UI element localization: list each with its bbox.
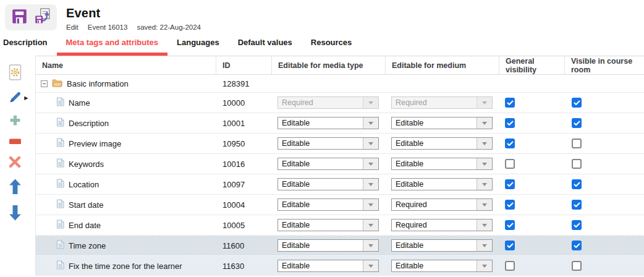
editable-medium-dropdown[interactable]: Editable [391,158,493,170]
visible-course-room-checkbox[interactable] [572,220,582,230]
attributes-table: Name ID Editable for media type Editable… [35,56,644,276]
chevron-down-icon [482,163,487,166]
table-attribute-row[interactable]: End date 10005 Editable Required [36,215,644,235]
title-block: Event Edit Event 16013 saved: 22-Aug-202… [66,6,201,31]
tab-meta-tags-and-attributes[interactable]: Meta tags and attributes [57,38,168,52]
attribute-id-value: 11630 [216,262,271,271]
editable-media-type-dropdown[interactable]: Editable [278,137,379,150]
dropdown-selected-value: Required [392,98,477,107]
tab-default-values[interactable]: Default values [229,38,302,52]
save-button[interactable] [11,9,28,26]
breadcrumb: Edit Event 16013 saved: 22-Aug-2024 [66,23,201,31]
column-header-id: ID [216,56,271,74]
editable-medium-dropdown[interactable]: Required [391,219,493,231]
dropdown-arrow-button [363,240,378,251]
general-visibility-checkbox[interactable] [505,261,515,271]
visible-course-room-checkbox[interactable] [572,241,582,250]
add-button[interactable] [9,114,22,129]
general-visibility-checkbox[interactable] [505,200,515,210]
editable-medium-dropdown[interactable]: Required [391,96,493,109]
attribute-name-label: Description [69,119,109,128]
visible-course-room-checkbox[interactable] [572,179,582,189]
chevron-down-icon [482,122,487,125]
general-visibility-checkbox[interactable] [505,241,515,250]
editable-medium-dropdown[interactable]: Editable [391,178,493,190]
editable-medium-dropdown[interactable]: Editable [391,137,493,150]
dropdown-selected-value: Editable [278,262,363,270]
visible-course-room-checkbox[interactable] [572,118,582,128]
attribute-name-label: Time zone [69,241,106,250]
general-visibility-checkbox[interactable] [505,138,515,148]
dropdown-selected-value: Editable [278,241,363,250]
edit-flyout-arrow-icon[interactable]: ▶ [24,95,28,101]
dropdown-arrow-button [477,158,492,169]
editable-media-type-dropdown[interactable]: Editable [278,158,379,170]
general-visibility-checkbox[interactable] [505,98,515,108]
attribute-id-value: 10097 [216,180,271,189]
attribute-name-label: Location [69,180,99,189]
general-visibility-checkbox[interactable] [505,159,515,169]
attribute-settings-button[interactable] [7,64,23,83]
attribute-name-label: Preview image [69,139,121,148]
tab-languages[interactable]: Languages [167,38,229,52]
editable-medium-dropdown[interactable]: Editable [391,117,493,129]
remove-button[interactable] [9,137,22,148]
chevron-down-icon [482,101,487,104]
table-attribute-row[interactable]: Keywords 10016 Editable Editable [36,153,644,174]
general-visibility-checkbox[interactable] [505,220,515,230]
table-attribute-row[interactable]: Preview image 10950 Editable Editable [36,133,644,153]
dropdown-arrow-button [477,97,492,108]
attribute-name-label: End date [69,221,101,230]
editable-media-type-dropdown[interactable]: Editable [278,198,379,211]
dropdown-selected-value: Editable [278,119,363,127]
attribute-id-value: 10000 [216,98,271,108]
table-group-row[interactable]: Basic information 128391 [36,75,644,92]
table-attribute-row[interactable]: Name 10000 Required Required [36,92,644,113]
table-attribute-row[interactable]: Description 10001 Editable Editable [36,113,644,133]
editable-media-type-dropdown[interactable]: Editable [278,260,379,272]
visible-course-room-checkbox[interactable] [572,98,582,108]
dropdown-arrow-button [363,179,378,190]
save-icon [11,8,28,27]
chevron-down-icon [368,142,373,145]
delete-button[interactable] [8,155,22,171]
attribute-document-icon [56,260,64,271]
editable-medium-dropdown[interactable]: Editable [391,260,493,272]
attribute-id-value: 10005 [216,221,271,230]
editable-media-type-dropdown[interactable]: Editable [278,219,379,231]
attribute-document-icon [56,240,64,251]
editable-medium-dropdown[interactable]: Editable [391,239,493,252]
editable-media-type-dropdown[interactable]: Editable [278,239,379,252]
chevron-down-icon [482,244,487,247]
dropdown-arrow-button [363,117,378,129]
visible-course-room-checkbox[interactable] [572,261,582,271]
visible-course-room-checkbox[interactable] [572,159,582,169]
tab-resources[interactable]: Resources [302,38,361,52]
move-down-button[interactable] [9,205,22,223]
editable-media-type-dropdown[interactable]: Editable [278,117,379,129]
chevron-down-icon [368,163,373,166]
editable-media-type-dropdown[interactable]: Required [278,96,379,109]
attribute-name-label: Name [69,98,90,108]
editable-media-type-dropdown[interactable]: Editable [278,178,379,190]
table-attribute-row[interactable]: Time zone 11600 Editable Editable [36,235,644,255]
move-up-button[interactable] [9,179,22,197]
table-attribute-row[interactable]: Start date 10004 Editable Required [36,194,644,215]
visible-course-room-checkbox[interactable] [572,200,582,210]
table-attribute-row[interactable]: Location 10097 Editable Editable [36,174,644,194]
visible-course-room-checkbox[interactable] [572,138,582,148]
collapse-toggle-icon[interactable] [41,80,48,87]
tab-description[interactable]: Description [0,38,57,52]
attribute-name-cell: Start date [36,199,216,210]
general-visibility-checkbox[interactable] [505,118,515,128]
group-name-cell: Basic information [36,79,216,89]
editable-medium-dropdown[interactable]: Required [391,198,493,211]
save-and-close-button[interactable] [34,9,51,26]
attribute-id-value: 10950 [216,139,271,148]
chevron-down-icon [482,183,487,186]
table-attribute-row[interactable]: Fix the time zone for the learner 11630 … [36,255,644,276]
edit-button[interactable]: ▶ [9,91,22,106]
dropdown-arrow-button [363,138,378,149]
dropdown-arrow-button [363,158,378,169]
general-visibility-checkbox[interactable] [505,179,515,189]
